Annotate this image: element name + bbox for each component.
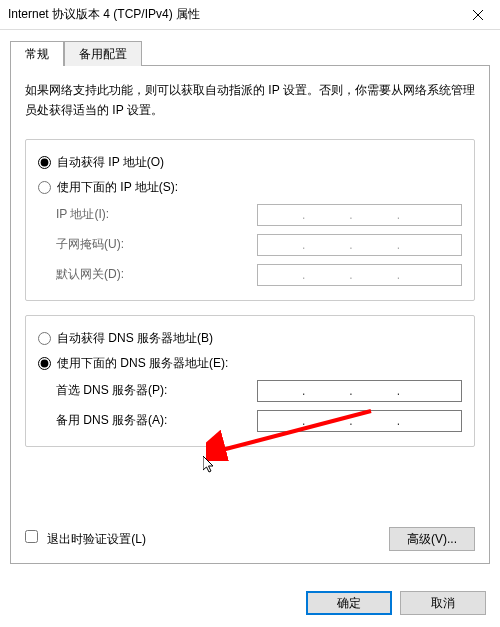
radio-ip-auto-label[interactable]: 自动获得 IP 地址(O) bbox=[57, 154, 164, 171]
ip-oct bbox=[353, 265, 397, 285]
ip-oct bbox=[305, 205, 349, 225]
radio-row-ip-manual: 使用下面的 IP 地址(S): bbox=[38, 175, 462, 200]
validate-label[interactable]: 退出时验证设置(L) bbox=[47, 532, 146, 546]
ip-oct[interactable] bbox=[258, 381, 302, 401]
ip-oct[interactable] bbox=[353, 411, 397, 431]
ip-oct[interactable] bbox=[305, 411, 349, 431]
panel-general: 如果网络支持此功能，则可以获取自动指派的 IP 设置。否则，你需要从网络系统管理… bbox=[10, 66, 490, 564]
advanced-button[interactable]: 高级(V)... bbox=[389, 527, 475, 551]
gateway-input: . . . bbox=[257, 264, 462, 286]
radio-dns-manual[interactable] bbox=[38, 357, 51, 370]
ip-oct bbox=[258, 205, 302, 225]
field-dns-alternate: 备用 DNS 服务器(A): . . . bbox=[38, 406, 462, 436]
subnet-label: 子网掩码(U): bbox=[56, 236, 124, 253]
dns-preferred-label: 首选 DNS 服务器(P): bbox=[56, 382, 167, 399]
ip-oct bbox=[353, 205, 397, 225]
ip-group: 自动获得 IP 地址(O) 使用下面的 IP 地址(S): IP 地址(I): … bbox=[25, 139, 475, 301]
radio-dns-auto-label[interactable]: 自动获得 DNS 服务器地址(B) bbox=[57, 330, 213, 347]
radio-dns-auto[interactable] bbox=[38, 332, 51, 345]
tab-general-label: 常规 bbox=[25, 47, 49, 61]
gateway-label: 默认网关(D): bbox=[56, 266, 124, 283]
tab-general[interactable]: 常规 bbox=[10, 41, 64, 66]
close-icon bbox=[473, 10, 483, 20]
field-dns-preferred: 首选 DNS 服务器(P): . . . bbox=[38, 376, 462, 406]
radio-ip-manual[interactable] bbox=[38, 181, 51, 194]
ip-oct bbox=[305, 265, 349, 285]
ip-address-label: IP 地址(I): bbox=[56, 206, 109, 223]
ip-oct bbox=[258, 265, 302, 285]
close-button[interactable] bbox=[455, 0, 500, 30]
radio-dns-manual-label[interactable]: 使用下面的 DNS 服务器地址(E): bbox=[57, 355, 228, 372]
ip-address-input: . . . bbox=[257, 204, 462, 226]
ip-oct bbox=[258, 235, 302, 255]
validate-checkbox[interactable] bbox=[25, 530, 38, 543]
dns-alternate-input[interactable]: . . . bbox=[257, 410, 462, 432]
dialog-footer: 确定 取消 bbox=[306, 591, 486, 615]
exit-row: 退出时验证设置(L) 高级(V)... bbox=[25, 527, 475, 551]
window-title: Internet 协议版本 4 (TCP/IPv4) 属性 bbox=[8, 6, 200, 23]
ip-oct bbox=[353, 235, 397, 255]
ip-oct bbox=[400, 235, 444, 255]
ip-oct bbox=[305, 235, 349, 255]
radio-ip-auto[interactable] bbox=[38, 156, 51, 169]
ip-oct bbox=[400, 205, 444, 225]
dns-group: 自动获得 DNS 服务器地址(B) 使用下面的 DNS 服务器地址(E): 首选… bbox=[25, 315, 475, 447]
ip-oct[interactable] bbox=[305, 381, 349, 401]
radio-row-ip-auto: 自动获得 IP 地址(O) bbox=[38, 150, 462, 175]
ip-oct[interactable] bbox=[353, 381, 397, 401]
cursor-icon bbox=[203, 456, 219, 476]
cancel-button-label: 取消 bbox=[431, 596, 455, 610]
dns-preferred-input[interactable]: . . . bbox=[257, 380, 462, 402]
titlebar: Internet 协议版本 4 (TCP/IPv4) 属性 bbox=[0, 0, 500, 30]
ok-button[interactable]: 确定 bbox=[306, 591, 392, 615]
field-gateway: 默认网关(D): . . . bbox=[38, 260, 462, 290]
ip-oct[interactable] bbox=[400, 411, 444, 431]
field-subnet: 子网掩码(U): . . . bbox=[38, 230, 462, 260]
advanced-button-label: 高级(V)... bbox=[407, 532, 457, 546]
radio-row-dns-auto: 自动获得 DNS 服务器地址(B) bbox=[38, 326, 462, 351]
tab-alternate-label: 备用配置 bbox=[79, 47, 127, 61]
ip-oct[interactable] bbox=[400, 381, 444, 401]
radio-row-dns-manual: 使用下面的 DNS 服务器地址(E): bbox=[38, 351, 462, 376]
radio-ip-manual-label[interactable]: 使用下面的 IP 地址(S): bbox=[57, 179, 178, 196]
dns-alternate-label: 备用 DNS 服务器(A): bbox=[56, 412, 167, 429]
subnet-input: . . . bbox=[257, 234, 462, 256]
tabstrip: 常规 备用配置 bbox=[10, 40, 490, 66]
ip-oct bbox=[400, 265, 444, 285]
description-text: 如果网络支持此功能，则可以获取自动指派的 IP 设置。否则，你需要从网络系统管理… bbox=[25, 80, 475, 121]
ok-button-label: 确定 bbox=[337, 596, 361, 610]
ip-oct[interactable] bbox=[258, 411, 302, 431]
field-ip-address: IP 地址(I): . . . bbox=[38, 200, 462, 230]
tab-alternate[interactable]: 备用配置 bbox=[64, 41, 142, 66]
cancel-button[interactable]: 取消 bbox=[400, 591, 486, 615]
